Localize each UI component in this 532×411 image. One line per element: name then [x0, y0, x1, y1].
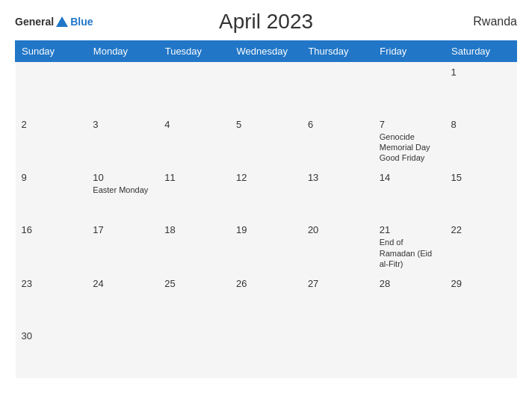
- day-number: 6: [308, 119, 368, 130]
- calendar-row-5: 30: [16, 326, 517, 378]
- holiday-label: Easter Monday: [93, 185, 152, 195]
- calendar-cell: 28: [374, 274, 445, 326]
- weekday-header-thursday: Thursday: [302, 41, 374, 62]
- calendar-cell: [445, 326, 517, 378]
- calendar-cell: 5: [230, 114, 302, 168]
- calendar-cell: 27: [302, 274, 374, 326]
- day-number: 15: [451, 172, 511, 183]
- calendar-cell: 8: [445, 114, 517, 168]
- day-number: 29: [451, 278, 511, 289]
- calendar-cell: [230, 62, 302, 114]
- calendar-cell: [302, 326, 374, 378]
- logo-blue: Blue: [70, 16, 93, 28]
- calendar-cell: 11: [158, 167, 230, 220]
- logo-triangle-icon: [56, 16, 68, 27]
- day-number: 19: [236, 224, 296, 235]
- day-number: 11: [164, 172, 224, 183]
- day-number: 5: [236, 119, 296, 130]
- calendar-row-1: 234567Genocide Memorial Day Good Friday8: [16, 114, 517, 168]
- day-number: 21: [380, 224, 439, 235]
- day-number: 3: [93, 119, 152, 130]
- calendar-cell: 16: [16, 220, 87, 274]
- calendar-cell: 22: [445, 220, 517, 274]
- calendar-row-3: 161718192021End of Ramadan (Eid al-Fitr)…: [16, 220, 517, 274]
- calendar-cell: 3: [87, 114, 158, 168]
- calendar-cell: 6: [302, 114, 374, 168]
- page-header: General Blue April 2023 Rwanda: [15, 15, 517, 28]
- calendar-cell: 20: [302, 220, 374, 274]
- day-number: 14: [380, 172, 439, 183]
- day-number: 18: [164, 224, 224, 235]
- calendar-cell: [158, 62, 230, 114]
- weekday-header-wednesday: Wednesday: [230, 41, 302, 62]
- day-number: 27: [308, 278, 368, 289]
- day-number: 9: [22, 172, 81, 183]
- calendar-cell: 15: [445, 167, 517, 220]
- weekday-header-friday: Friday: [374, 41, 445, 62]
- calendar-cell: 9: [16, 167, 87, 220]
- day-number: 26: [236, 278, 296, 289]
- calendar-cell: 17: [87, 220, 158, 274]
- calendar-cell: [302, 62, 374, 114]
- day-number: 13: [308, 172, 368, 183]
- country-label: Rwanda: [473, 15, 517, 28]
- calendar-cell: 13: [302, 167, 374, 220]
- calendar-cell: [374, 326, 445, 378]
- calendar-cell: 25: [158, 274, 230, 326]
- calendar-table: SundayMondayTuesdayWednesdayThursdayFrid…: [15, 40, 517, 378]
- calendar-cell: [374, 62, 445, 114]
- holiday-label: Genocide Memorial Day Good Friday: [380, 132, 439, 164]
- calendar-cell: [230, 326, 302, 378]
- calendar-cell: 12: [230, 167, 302, 220]
- logo-general: General: [15, 16, 54, 28]
- day-number: 24: [93, 278, 152, 289]
- calendar-cell: 19: [230, 220, 302, 274]
- day-number: 28: [380, 278, 439, 289]
- weekday-header-row: SundayMondayTuesdayWednesdayThursdayFrid…: [16, 41, 517, 62]
- day-number: 30: [22, 330, 81, 342]
- calendar-cell: 21End of Ramadan (Eid al-Fitr): [374, 220, 445, 274]
- day-number: 7: [380, 119, 439, 130]
- holiday-label: End of Ramadan (Eid al-Fitr): [380, 237, 439, 269]
- day-number: 16: [22, 224, 81, 235]
- calendar-row-0: 1: [16, 62, 517, 114]
- day-number: 25: [164, 278, 224, 289]
- weekday-header-monday: Monday: [87, 41, 158, 62]
- calendar-cell: [87, 62, 158, 114]
- day-number: 2: [22, 119, 81, 130]
- weekday-header-tuesday: Tuesday: [158, 41, 230, 62]
- calendar-cell: 26: [230, 274, 302, 326]
- day-number: 17: [93, 224, 152, 235]
- day-number: 8: [451, 119, 511, 130]
- day-number: 10: [93, 172, 152, 183]
- weekday-header-sunday: Sunday: [16, 41, 87, 62]
- calendar-cell: [87, 326, 158, 378]
- day-number: 20: [308, 224, 368, 235]
- calendar-cell: 30: [16, 326, 87, 378]
- calendar-cell: [158, 326, 230, 378]
- calendar-cell: 14: [374, 167, 445, 220]
- weekday-header-saturday: Saturday: [445, 41, 517, 62]
- calendar-cell: 1: [445, 62, 517, 114]
- calendar-cell: 7Genocide Memorial Day Good Friday: [374, 114, 445, 168]
- calendar-cell: 2: [16, 114, 87, 168]
- day-number: 22: [451, 224, 511, 235]
- calendar-cell: 29: [445, 274, 517, 326]
- logo: General Blue: [15, 16, 93, 28]
- calendar-cell: [16, 62, 87, 114]
- calendar-row-4: 23242526272829: [16, 274, 517, 326]
- day-number: 1: [451, 67, 511, 78]
- day-number: 4: [164, 119, 224, 130]
- day-number: 23: [22, 278, 81, 289]
- calendar-title: April 2023: [219, 10, 313, 33]
- calendar-cell: 24: [87, 274, 158, 326]
- day-number: 12: [236, 172, 296, 183]
- calendar-cell: 23: [16, 274, 87, 326]
- calendar-cell: 18: [158, 220, 230, 274]
- calendar-cell: 10Easter Monday: [87, 167, 158, 220]
- calendar-cell: 4: [158, 114, 230, 168]
- calendar-row-2: 910Easter Monday1112131415: [16, 167, 517, 220]
